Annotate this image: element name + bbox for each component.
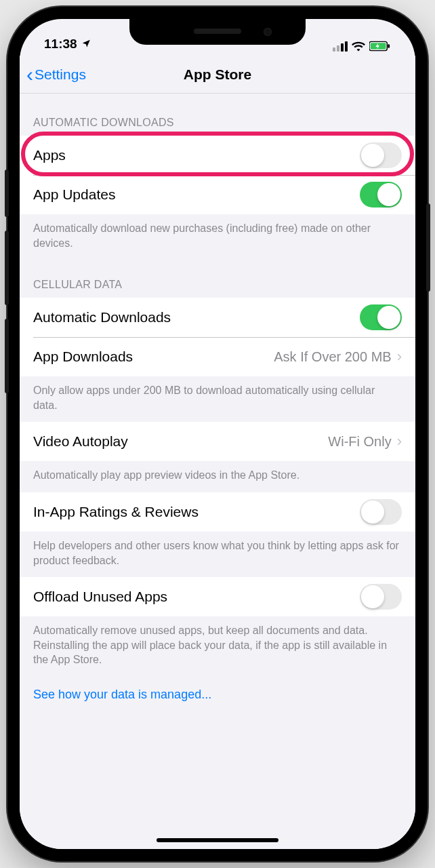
volume-up [5,231,9,305]
cellular-signal-icon [333,41,348,52]
data-management-link[interactable]: See how your data is managed... [20,677,415,722]
row-cellular-auto-label: Automatic Downloads [33,309,171,326]
row-video-autoplay[interactable]: Video Autoplay Wi-Fi Only › [20,422,415,461]
power-button [426,203,430,292]
chevron-left-icon: ‹ [26,64,33,85]
row-app-updates[interactable]: App Updates [20,175,415,214]
row-cellular-auto[interactable]: Automatic Downloads [20,298,415,337]
section-header-cellular: CELLULAR DATA [20,260,415,298]
section-header-auto-downloads: AUTOMATIC DOWNLOADS [20,94,415,136]
toggle-app-updates[interactable] [360,182,402,208]
home-indicator[interactable] [157,838,278,842]
toggle-offload[interactable] [360,584,402,610]
volume-down [5,319,9,393]
row-offload[interactable]: Offload Unused Apps [20,577,415,616]
content-scroll[interactable]: ‹ Settings App Store AUTOMATIC DOWNLOADS… [20,56,415,849]
row-video-value: Wi-Fi Only [328,434,391,450]
screen: 11:38 ‹ Setting [20,19,415,849]
footer-offload: Automatically remove unused apps, but ke… [20,616,415,677]
footer-ratings: Help developers and other users know wha… [20,532,415,577]
footer-video: Automatically play app preview videos in… [20,461,415,492]
location-icon [81,37,91,52]
footer-auto-downloads: Automatically download new purchases (in… [20,214,415,260]
status-time: 11:38 [44,37,77,52]
row-app-updates-label: App Updates [33,186,115,203]
phone-frame: 11:38 ‹ Setting [7,7,428,861]
row-offload-label: Offload Unused Apps [33,589,167,605]
back-label: Settings [35,66,86,83]
front-camera [264,28,272,36]
row-apps-label: Apps [33,147,66,163]
speaker [194,28,241,34]
notch [129,19,306,45]
row-app-downloads-value: Ask If Over 200 MB [274,349,391,365]
row-app-downloads[interactable]: App Downloads Ask If Over 200 MB › [20,337,415,376]
nav-bar: ‹ Settings App Store [20,56,415,94]
back-button[interactable]: ‹ Settings [20,64,86,85]
chevron-right-icon: › [397,348,402,366]
row-apps[interactable]: Apps [20,136,415,175]
battery-charging-icon [369,41,391,52]
svg-rect-2 [388,44,390,48]
footer-cellular: Only allow apps under 200 MB to download… [20,376,415,422]
chevron-right-icon: › [397,433,402,450]
toggle-apps[interactable] [360,142,402,168]
toggle-cellular-auto[interactable] [360,304,402,330]
toggle-ratings[interactable] [360,499,402,525]
row-ratings[interactable]: In-App Ratings & Reviews [20,492,415,532]
row-ratings-label: In-App Ratings & Reviews [33,504,199,520]
silent-switch [5,170,9,217]
row-app-downloads-label: App Downloads [33,349,133,365]
row-video-label: Video Autoplay [33,433,128,450]
wifi-icon [352,41,365,52]
